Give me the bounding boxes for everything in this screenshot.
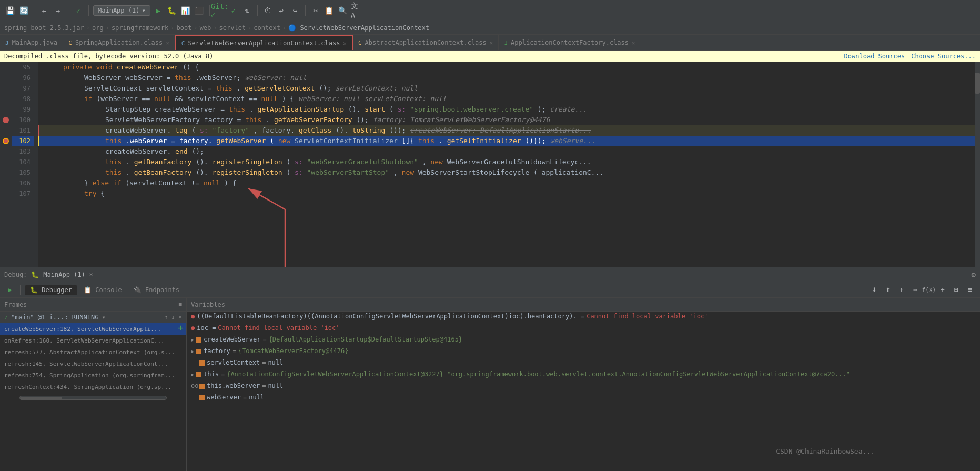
thread-item[interactable]: ✓ "main" @1 i...: RUNNING ▾ ↑ ↓ ▿ xyxy=(0,312,186,323)
editor-scrollbar[interactable] xyxy=(975,62,980,267)
var-factory-name: factory xyxy=(204,347,230,355)
debug-label: Debug: xyxy=(4,271,27,278)
debugger-tab[interactable]: 🐛 Debugger xyxy=(25,285,77,295)
tab-abstractapp-label: AbstractApplicationContext.class xyxy=(365,39,487,46)
debug-app-label[interactable]: MainApp (1) xyxy=(43,271,85,278)
breadcrumb-context[interactable]: context xyxy=(254,24,280,32)
git-ok-btn[interactable]: ✓ xyxy=(228,5,239,16)
breadcrumb-boot[interactable]: boot xyxy=(176,24,191,32)
debug-content: Frames ≡ ✓ "main" @1 i...: RUNNING ▾ ↑ ↓… xyxy=(0,298,980,471)
choose-sources-link[interactable]: Choose Sources... xyxy=(911,53,976,60)
frame-item-1[interactable]: onRefresh:160, ServletWebServerApplicati… xyxy=(0,335,186,346)
translate-btn[interactable]: 文A xyxy=(351,5,362,16)
code-line-102: this .webServer = factory. getWebServer … xyxy=(38,136,975,146)
breakpoint-100[interactable] xyxy=(3,117,9,123)
evaluate-btn[interactable]: f(x) xyxy=(923,284,935,296)
tab-springapp[interactable]: C SpringApplication.class ✕ xyxy=(63,35,175,50)
add-watch-btn[interactable]: + xyxy=(937,284,948,296)
var-webserver: webServer = null xyxy=(187,393,980,404)
clock-btn[interactable]: ⏱ xyxy=(262,5,274,16)
thread-check-icon: ✓ xyxy=(4,314,8,321)
frame-item-2[interactable]: refresh:577, AbstractApplicationContext … xyxy=(0,346,186,358)
frames-options-icon[interactable]: ≡ xyxy=(178,301,182,308)
thread-up-icon[interactable]: ↑ xyxy=(164,314,168,321)
tab-abstractapp[interactable]: C AbstractApplicationContext.class ✕ xyxy=(353,35,499,50)
scissors-btn[interactable]: ✂ xyxy=(310,5,321,16)
console-tab[interactable]: 📋 Console xyxy=(78,285,127,295)
debug-close-icon[interactable]: ✕ xyxy=(89,271,93,278)
expand-this[interactable]: ▶ xyxy=(191,372,194,377)
search-btn[interactable]: 🔍 xyxy=(337,5,349,16)
tab-servletweb-close[interactable]: ✕ xyxy=(343,40,347,47)
variables-panel: Variables ● ((DefaultListableBeanFactory… xyxy=(187,298,980,471)
step-out-btn[interactable]: ↑ xyxy=(896,284,907,296)
git-check-btn[interactable]: Git: ✓ xyxy=(214,5,226,16)
tab-appfactory[interactable]: I ApplicationContextFactory.class ✕ xyxy=(499,35,641,50)
frames-scrollbar[interactable] xyxy=(19,396,167,400)
debug-settings-icon[interactable]: ⚙ xyxy=(972,270,976,279)
gutter-101 xyxy=(0,125,12,136)
thread-down-icon[interactable]: ↓ xyxy=(171,314,175,321)
breadcrumb-jar[interactable]: spring-boot-2.5.3.jar xyxy=(4,24,84,32)
step-into-btn[interactable]: ⬆ xyxy=(882,284,894,296)
sync-btn[interactable]: 🔄 xyxy=(18,5,29,16)
frames-grid-btn[interactable]: ⊞ xyxy=(951,284,962,296)
thread-dropdown-icon[interactable]: ▾ xyxy=(102,314,105,321)
check-btn[interactable]: ✓ xyxy=(73,5,84,16)
code-line-103: createWebServer. end (); xyxy=(38,146,975,157)
gutter-97 xyxy=(0,83,12,94)
breakpoint-102[interactable] xyxy=(3,138,9,144)
save-btn[interactable]: 💾 xyxy=(4,5,16,16)
breadcrumb-springframework[interactable]: springframework xyxy=(112,24,168,32)
frames-scrollbar-thumb[interactable] xyxy=(20,397,62,400)
expand-factory[interactable]: ▶ xyxy=(191,348,194,354)
endpoints-tab[interactable]: 🔌 Endpoints xyxy=(128,285,185,295)
code-line-98: if (webServer == null && servletContext … xyxy=(38,94,975,104)
ln-101: 101 xyxy=(12,125,34,136)
redo-btn[interactable]: ↪ xyxy=(289,5,301,16)
scrollbar-thumb[interactable] xyxy=(975,73,980,94)
var-factory: ▶ factory = {TomcatWebServerFactory@4476… xyxy=(187,346,980,358)
git-arrow-btn[interactable]: ⇅ xyxy=(241,5,253,16)
decompiled-notice: Decompiled .class file, bytecode version… xyxy=(0,51,980,62)
coverage-btn[interactable]: 📊 xyxy=(180,5,191,16)
download-sources-link[interactable]: Download Sources xyxy=(844,53,905,60)
breadcrumb-servlet[interactable]: servlet xyxy=(219,24,246,32)
step-over-btn[interactable]: ⬇ xyxy=(868,284,880,296)
frame-item-3[interactable]: refresh:145, ServletWebServerApplication… xyxy=(0,358,186,369)
run-config-dropdown[interactable]: MainApp (1) ▾ xyxy=(93,5,150,16)
tab-appfactory-close[interactable]: ✕ xyxy=(632,39,635,46)
forward-btn[interactable]: → xyxy=(52,5,64,16)
resume-btn[interactable]: ▶ xyxy=(4,284,16,296)
frame-item-4[interactable]: refresh:754, SpringApplication (org.spri… xyxy=(0,369,186,381)
add-watch-side-btn[interactable]: + xyxy=(178,322,184,333)
tab-mainapp[interactable]: J MainApp.java xyxy=(0,35,63,50)
run-btn[interactable]: ▶ xyxy=(153,5,164,16)
frame-item-0[interactable]: createWebServer:182, ServletWebServerApp… xyxy=(0,323,186,335)
threads-btn[interactable]: ≡ xyxy=(964,284,976,296)
tab-servletweb[interactable]: C ServletWebServerApplicationContext.cla… xyxy=(175,35,353,50)
code-line-99: StartupStep createWebServer = this . get… xyxy=(38,104,975,115)
copy-btn[interactable]: 📋 xyxy=(324,5,335,16)
debug-title-bar: Debug: 🐛 MainApp (1) ✕ ⚙ xyxy=(0,267,980,282)
code-line-107: try { xyxy=(38,188,975,199)
undo-btn[interactable]: ↩ xyxy=(276,5,287,16)
var-this-webserver-value: null xyxy=(268,382,283,389)
breadcrumb-web[interactable]: web xyxy=(200,24,211,32)
debug-toolbar: ▶ 🐛 Debugger 📋 Console 🔌 Endpoints ⬇ ⬆ ↑… xyxy=(0,282,980,298)
var-createwebserver: ▶ createWebServer = {DefaultApplicationS… xyxy=(187,335,980,346)
frames-label: Frames xyxy=(4,301,27,308)
gutter-95 xyxy=(0,62,12,73)
frame-2-label: refresh:577, AbstractApplicationContext … xyxy=(4,349,175,356)
run-to-cursor-btn[interactable]: ⇒ xyxy=(910,284,921,296)
tab-springapp-close[interactable]: ✕ xyxy=(166,39,169,46)
back-btn[interactable]: ← xyxy=(38,5,50,16)
expand-createwebserver[interactable]: ▶ xyxy=(191,337,194,343)
debug-btn[interactable]: 🐛 xyxy=(166,5,178,16)
frame-item-5[interactable]: refreshContext:434, SpringApplication (o… xyxy=(0,381,186,393)
breadcrumb-org[interactable]: org xyxy=(92,24,104,32)
thread-filter-icon[interactable]: ▿ xyxy=(178,314,182,321)
var-servletcontext-value: null xyxy=(268,359,283,366)
stop-btn[interactable]: ⬛ xyxy=(194,5,205,16)
tab-abstractapp-close[interactable]: ✕ xyxy=(490,39,493,46)
